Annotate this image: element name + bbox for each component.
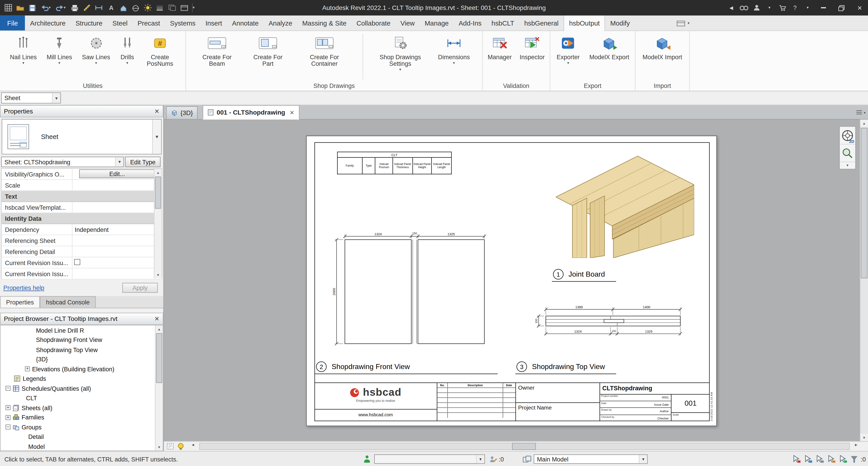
tab-systems[interactable]: Systems (165, 15, 200, 31)
edit-type-button[interactable]: Edit Type (125, 157, 160, 167)
tree-item-families[interactable]: + Families (0, 413, 163, 423)
selection-filter-select[interactable]: Sheet ▼ (1, 92, 61, 103)
create-for-beam-button[interactable]: Create For Beam (196, 33, 238, 67)
project-browser-close-icon[interactable]: ✕ (154, 315, 160, 322)
expand-icon[interactable]: + (25, 367, 30, 372)
manager-button[interactable]: Manager (485, 33, 515, 60)
dimensions-caret-icon[interactable]: ▾ (453, 60, 455, 65)
view-tab-3d[interactable]: {3D} (166, 106, 198, 119)
minimize-button[interactable] (815, 0, 831, 15)
create-for-part-button[interactable]: Create For Part (248, 33, 288, 67)
drawing-area[interactable]: CLT Family Type hsbcad Posnum hsbcad Pan… (164, 120, 860, 441)
scroll-down-icon[interactable]: ▼ (860, 434, 868, 441)
measure-icon[interactable] (81, 2, 92, 14)
crop-region-icon[interactable] (166, 443, 175, 450)
type-selector-caret-icon[interactable]: ▼ (152, 120, 161, 154)
collapse-icon[interactable]: − (5, 386, 10, 391)
tab-annotate[interactable]: Annotate (227, 15, 264, 31)
drills-button[interactable]: Drills ▾ (120, 33, 134, 65)
worksharing-status-icon[interactable] (363, 452, 371, 466)
tree-item-clt-schedule[interactable]: CLT (0, 393, 163, 403)
view-tab-sheet[interactable]: 001 - CLTShopdrawing ✕ (203, 105, 299, 120)
tab-add-ins[interactable]: Add-Ins (454, 15, 487, 31)
properties-scrollbar[interactable]: ▲ ▼ (154, 169, 162, 278)
horizontal-scroll-thumb[interactable] (512, 443, 536, 450)
tab-hsboutput[interactable]: hsbOutput (563, 15, 605, 31)
properties-help-link[interactable]: Properties help (3, 284, 44, 291)
scroll-up-icon[interactable]: ▲ (860, 120, 868, 127)
drag-on-selection-icon[interactable] (839, 455, 847, 463)
navbar-caret-icon[interactable]: ▾ (840, 162, 855, 169)
thin-lines-icon[interactable] (154, 2, 165, 14)
type-selector[interactable]: Sheet ▼ (2, 119, 162, 155)
account-icon[interactable] (751, 1, 762, 14)
account-caret-icon[interactable]: ▾ (764, 1, 775, 14)
property-row[interactable]: Referencing Detail (2, 246, 162, 257)
search-icon[interactable] (739, 1, 749, 14)
mill-lines-caret-icon[interactable]: ▾ (58, 60, 60, 65)
expand-icon[interactable]: + (5, 415, 10, 420)
property-row[interactable]: Current Revision Issu... (2, 269, 162, 280)
revision-checkbox[interactable] (74, 259, 80, 265)
scroll-down-icon[interactable]: ▼ (156, 443, 163, 451)
view-tab-list-icon[interactable]: ▾ (855, 107, 867, 118)
tab-architecture[interactable]: Architecture (25, 15, 70, 31)
workset-caret-icon[interactable]: ▼ (476, 455, 485, 463)
active-workset-select[interactable]: ▼ (374, 455, 485, 464)
close-hidden-windows-icon[interactable] (166, 2, 178, 14)
callout-joint-board[interactable]: 1 Joint Board (553, 269, 605, 280)
create-for-container-button[interactable]: Create For Container (298, 33, 351, 67)
infocenter-collapse-icon[interactable]: ◄ (726, 1, 737, 14)
exporter-button[interactable]: Exporter ▾ (553, 33, 584, 65)
tab-properties-palette[interactable]: Properties (0, 296, 40, 308)
print-icon[interactable] (69, 2, 80, 14)
tab-massing-site[interactable]: Massing & Site (297, 15, 351, 31)
tab-modify[interactable]: Modify (605, 15, 635, 31)
scroll-up-icon[interactable]: ▲ (154, 169, 162, 176)
section-icon[interactable] (129, 2, 141, 14)
tab-hsbclt[interactable]: hsbCLT (487, 15, 519, 31)
tab-analyze[interactable]: Analyze (264, 15, 297, 31)
tab-precast[interactable]: Precast (132, 15, 165, 31)
design-option-select[interactable]: Main Model ▼ (534, 455, 648, 464)
selection-filter-caret-icon[interactable]: ▼ (52, 93, 60, 103)
tab-structure[interactable]: Structure (70, 15, 107, 31)
close-button[interactable]: × (851, 0, 868, 15)
tree-item-view[interactable]: Shopdrawing Top View (0, 345, 163, 354)
property-row[interactable]: hsbcad ViewTemplat... (2, 202, 162, 213)
nail-lines-button[interactable]: Nail Lines ▾ (10, 33, 37, 65)
aligned-dimension-icon[interactable] (93, 2, 104, 14)
restore-button[interactable] (833, 0, 850, 15)
design-option-caret-icon[interactable]: ▼ (639, 455, 647, 463)
inspector-button[interactable]: Inspector (517, 33, 548, 60)
tab-hsbcad-console[interactable]: hsbcad Console (40, 296, 96, 308)
callout-front-view[interactable]: 2 Shopdrawing Front View (316, 361, 410, 372)
saw-lines-button[interactable]: Saw Lines ▾ (82, 33, 110, 65)
modelx-import-button[interactable]: ModelX Import (638, 33, 687, 60)
clt-schedule[interactable]: CLT Family Type hsbcad Posnum hsbcad Pan… (337, 152, 452, 174)
tab-hsbgeneral[interactable]: hsbGeneral (519, 15, 563, 31)
close-view-icon[interactable]: ✕ (289, 110, 294, 116)
save-icon[interactable] (27, 2, 38, 14)
properties-close-icon[interactable]: ✕ (154, 107, 160, 115)
switch-windows-icon[interactable] (178, 2, 190, 14)
reveal-hidden-icon[interactable] (177, 443, 184, 450)
property-row[interactable]: Visibility/Graphics O... Edit... (2, 169, 162, 180)
tree-item-model-group[interactable]: Model (0, 442, 163, 451)
render-sun-icon[interactable] (142, 2, 153, 14)
steering-wheel-button[interactable]: 2D (840, 127, 855, 145)
open-icon[interactable] (14, 2, 26, 14)
saw-lines-caret-icon[interactable]: ▾ (95, 60, 97, 65)
shopdrawing-top-view[interactable]: 1399 1400 1324 150 1325 100 (531, 302, 691, 344)
scroll-up-icon[interactable]: ▲ (156, 325, 163, 333)
qat-customize-icon[interactable]: ▾ (193, 5, 197, 10)
collapse-icon[interactable]: − (5, 425, 10, 430)
expand-icon[interactable]: + (5, 405, 10, 410)
tree-item-3d-view[interactable]: {3D} (0, 354, 163, 364)
tree-item-elevations[interactable]: + Elevations (Building Elevation) (0, 364, 163, 374)
tree-item-legends[interactable]: Legends (0, 374, 163, 383)
scroll-left-icon[interactable]: ◄ (191, 443, 195, 446)
callout-top-view[interactable]: 3 Shopdrawing Top View (517, 361, 605, 372)
default-3d-view-icon[interactable] (117, 2, 129, 14)
sheet-001[interactable]: CLT Family Type hsbcad Posnum hsbcad Pan… (306, 135, 717, 426)
